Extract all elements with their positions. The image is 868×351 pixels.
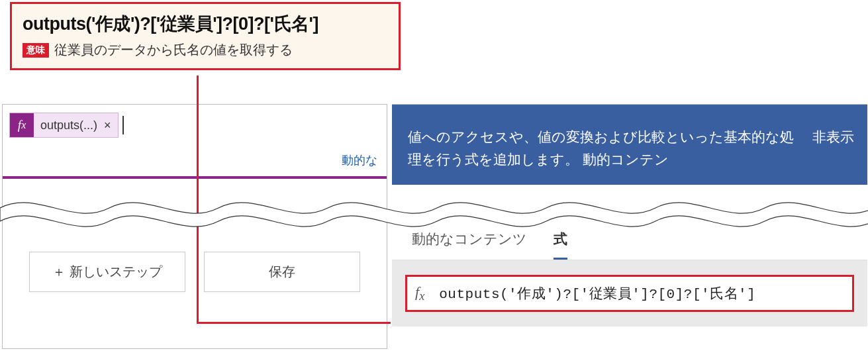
panel-help-text: 値へのアクセスや、値の変換および比較といった基本的な処理を行う式を追加します。 … [408,126,799,170]
panel-help-header: 値へのアクセスや、値の変換および比較といった基本的な処理を行う式を追加します。 … [392,105,867,185]
dynamic-content-panel: 値へのアクセスや、値の変換および比較といった基本的な処理を行う式を追加します。 … [392,104,867,350]
dynamic-link-text: 動的な [342,154,377,167]
panel-tabs: 動的なコンテンツ 式 [392,217,867,260]
callout-meaning-row: 意味 従業員のデータから氏名の値を取得する [23,41,388,59]
expression-code: outputs('作成')?['従業員']?[0]?['氏名'] [439,284,755,303]
explanation-callout: outputs('作成')?['従業員']?[0]?['氏名'] 意味 従業員の… [10,2,401,70]
fx-icon: fx [415,283,424,303]
token-label: outputs(...) [34,119,103,132]
remove-token-icon[interactable]: × [103,119,118,132]
callout-expression: outputs('作成')?['従業員']?[0]?['氏名'] [23,12,388,36]
expression-token[interactable]: fx outputs(...) × [9,113,119,138]
step-buttons: ＋ 新しいステップ 保存 [3,225,387,292]
save-button[interactable]: 保存 [204,252,360,292]
expression-input[interactable]: fx outputs('作成')?['従業員']?[0]?['氏名'] [405,275,854,312]
add-dynamic-content-link[interactable]: 動的な [3,146,387,175]
expression-editor-area: fx outputs('作成')?['従業員']?[0]?['氏名'] [392,260,867,326]
tab-dynamic-content[interactable]: 動的なコンテンツ [412,230,527,260]
connector-line-vertical [197,75,199,324]
text-caret [122,116,124,134]
card-accent-bar [3,176,387,179]
meaning-badge: 意味 [23,43,49,58]
meaning-text: 従業員のデータから氏名の値を取得する [54,41,293,59]
tab-expression[interactable]: 式 [554,230,567,260]
hide-panel-link[interactable]: 非表示 [812,126,854,148]
fx-icon: fx [10,113,34,137]
expression-input-row[interactable]: fx outputs(...) × [3,105,387,146]
flow-editor-card: fx outputs(...) × 動的な ＋ 新しいステップ 保存 [2,104,387,349]
new-step-button[interactable]: ＋ 新しいステップ [29,252,185,292]
connector-line-horizontal [197,322,391,324]
